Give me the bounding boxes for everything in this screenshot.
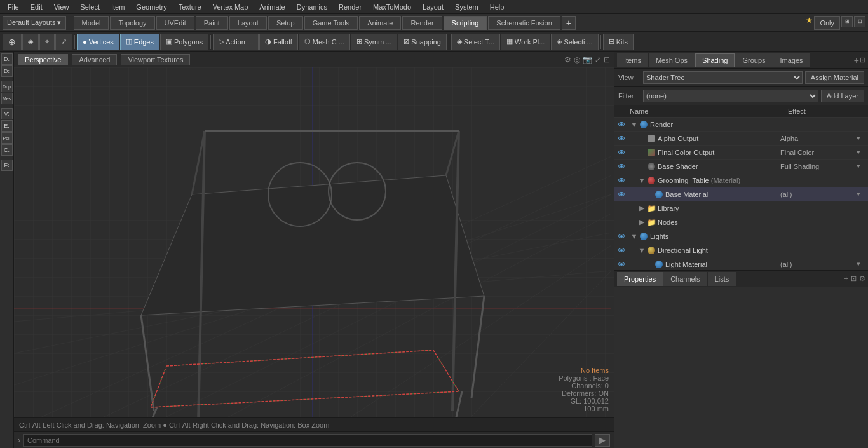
arrow-nodes[interactable]: ▶ bbox=[637, 218, 646, 226]
panel-tab-groups[interactable]: Groups bbox=[735, 53, 772, 67]
vp-icon-1[interactable]: ⚙ bbox=[564, 55, 571, 64]
tool-workplane[interactable]: ▦ Work Pl... bbox=[501, 34, 550, 50]
vp-tab-perspective[interactable]: Perspective bbox=[18, 54, 68, 65]
vp-icon-expand[interactable]: ⤢ bbox=[595, 55, 601, 64]
add-panel-tab-button[interactable]: + bbox=[854, 55, 859, 65]
tool-snapping[interactable]: ⊠ Snapping bbox=[398, 34, 447, 50]
tree-item-directionallight[interactable]: ▼ Directional Light bbox=[614, 243, 868, 257]
shader-tree-select[interactable]: Shader Tree bbox=[643, 71, 803, 84]
tab-animate[interactable]: Animate bbox=[359, 16, 401, 30]
tree-item-basematerial[interactable]: ▶ Base Material (all) ▾ bbox=[614, 187, 868, 201]
layout-dropdown[interactable]: Default Layouts ▾ bbox=[3, 16, 66, 30]
tree-item-render[interactable]: ▼ Render bbox=[614, 118, 868, 132]
panel-expand-button[interactable]: ⊡ bbox=[860, 56, 865, 64]
eye-finalcolor[interactable] bbox=[616, 147, 627, 158]
tool-selecti[interactable]: ◈ Selecti ... bbox=[551, 34, 598, 50]
menu-render[interactable]: Render bbox=[334, 2, 367, 12]
tab-paint[interactable]: Paint bbox=[196, 16, 228, 30]
panel-tab-items[interactable]: Items bbox=[617, 53, 648, 67]
eye-directionallight[interactable] bbox=[616, 245, 627, 256]
eye-render[interactable] bbox=[616, 119, 627, 130]
menu-item[interactable]: Item bbox=[106, 2, 130, 12]
tree-item-lightmaterial[interactable]: ▶ Light Material (all) ▾ bbox=[614, 257, 868, 270]
sidebar-btn-f[interactable]: F: bbox=[1, 160, 13, 171]
tool-polygons[interactable]: ▣ Polygons bbox=[160, 34, 208, 50]
prop-add-icon[interactable]: + bbox=[844, 275, 848, 283]
menu-geometry[interactable]: Geometry bbox=[131, 2, 172, 12]
menu-view[interactable]: View bbox=[49, 2, 74, 12]
add-tab-button[interactable]: + bbox=[562, 16, 576, 30]
dropdown-lightmaterial[interactable]: ▾ bbox=[857, 260, 867, 268]
filter-select[interactable]: (none) bbox=[643, 90, 818, 102]
tree-item-alpha[interactable]: ▶ Alpha Output Alpha ▾ bbox=[614, 132, 868, 146]
prop-tab-properties[interactable]: Properties bbox=[617, 272, 663, 286]
eye-alpha[interactable] bbox=[616, 133, 627, 144]
tool-lasso[interactable]: ⌖ bbox=[39, 34, 55, 50]
tool-vertices[interactable]: ● Vertices bbox=[77, 34, 119, 50]
tab-model[interactable]: Model bbox=[74, 16, 109, 30]
vp-icon-2[interactable]: ◎ bbox=[574, 55, 580, 64]
prop-plus-button[interactable]: + ⊡ ⚙ bbox=[844, 275, 865, 283]
menu-help[interactable]: Help bbox=[485, 2, 510, 12]
tree-item-finalcolor[interactable]: ▶ Final Color Output Final Color ▾ bbox=[614, 146, 868, 160]
vp-icon-fullscreen[interactable]: ⊡ bbox=[604, 55, 610, 64]
dropdown-basematerial[interactable]: ▾ bbox=[857, 190, 867, 198]
dropdown-finalcolor[interactable]: ▾ bbox=[857, 148, 867, 156]
tab-setup[interactable]: Setup bbox=[268, 16, 303, 30]
tree-item-lights[interactable]: ▼ Lights bbox=[614, 229, 868, 243]
eye-lightmaterial[interactable] bbox=[616, 259, 627, 270]
arrow-library[interactable]: ▶ bbox=[637, 204, 646, 212]
expand-btn[interactable]: ⊡ bbox=[854, 16, 865, 27]
menu-texture[interactable]: Texture bbox=[173, 2, 207, 12]
tool-select-mode[interactable]: ◈ bbox=[22, 34, 39, 50]
panel-tab-images[interactable]: Images bbox=[773, 53, 810, 67]
menu-select[interactable]: Select bbox=[75, 2, 105, 12]
prop-tab-lists[interactable]: Lists bbox=[708, 272, 736, 286]
sidebar-btn-2[interactable]: D: bbox=[1, 65, 13, 77]
menu-vertexmap[interactable]: Vertex Map bbox=[208, 2, 254, 12]
tab-schematic[interactable]: Schematic Fusion bbox=[488, 16, 560, 30]
sidebar-btn-dup[interactable]: Dup bbox=[1, 81, 13, 92]
menu-edit[interactable]: Edit bbox=[25, 2, 48, 12]
tool-select-t[interactable]: ◈ Select T... bbox=[451, 34, 500, 50]
sidebar-btn-1[interactable]: D: bbox=[1, 53, 13, 65]
sidebar-btn-pol[interactable]: Pol: bbox=[1, 132, 13, 144]
tool-falloff[interactable]: ◑ Falloff bbox=[259, 34, 298, 50]
tab-uvedit[interactable]: UVEdit bbox=[156, 16, 194, 30]
arrow-directionallight[interactable]: ▼ bbox=[637, 247, 646, 254]
menu-system[interactable]: System bbox=[450, 2, 484, 12]
dropdown-baseshader[interactable]: ▾ bbox=[857, 162, 867, 170]
tab-scripting[interactable]: Scripting bbox=[444, 16, 487, 30]
tool-transform[interactable]: ⊕ bbox=[3, 34, 22, 50]
arrow-groomingtable[interactable]: ▼ bbox=[637, 177, 646, 184]
tree-item-nodes[interactable]: ▶ 📁 Nodes bbox=[614, 215, 868, 229]
prop-settings-icon[interactable]: ⚙ bbox=[859, 275, 865, 283]
viewport-3d[interactable]: No Items Polygons : Face Channels: 0 Def… bbox=[14, 67, 614, 417]
tool-symmetry[interactable]: ⊞ Symm ... bbox=[351, 34, 397, 50]
prop-tab-channels[interactable]: Channels bbox=[663, 272, 707, 286]
arrow-lights[interactable]: ▼ bbox=[630, 233, 639, 240]
panel-toggle-btn[interactable]: ⊞ bbox=[841, 16, 853, 27]
tab-topology[interactable]: Topology bbox=[110, 16, 154, 30]
eye-basematerial[interactable] bbox=[616, 189, 627, 200]
vp-icon-camera[interactable]: 📷 bbox=[583, 55, 592, 64]
tool-edges[interactable]: ◫ Edges bbox=[120, 34, 159, 50]
eye-groomingtable[interactable] bbox=[616, 175, 627, 186]
tool-mesh[interactable]: ⬡ Mesh C ... bbox=[299, 34, 350, 50]
dropdown-alpha[interactable]: ▾ bbox=[857, 134, 867, 142]
menu-layout[interactable]: Layout bbox=[417, 2, 449, 12]
only-button[interactable]: Only bbox=[814, 16, 840, 30]
prop-expand-icon[interactable]: ⊡ bbox=[851, 275, 857, 283]
eye-lights[interactable] bbox=[616, 231, 627, 242]
command-input[interactable] bbox=[23, 434, 592, 447]
tab-layout[interactable]: Layout bbox=[229, 16, 267, 30]
tree-item-baseshader[interactable]: ▶ Base Shader Full Shading ▾ bbox=[614, 160, 868, 173]
tool-action[interactable]: ▷ Action ... bbox=[213, 34, 259, 50]
tree-item-groomingtable[interactable]: ▼ Grooming_Table (Material) bbox=[614, 173, 868, 187]
menu-dynamics[interactable]: Dynamics bbox=[292, 2, 332, 12]
menu-file[interactable]: File bbox=[3, 2, 24, 12]
sidebar-btn-v[interactable]: V: bbox=[1, 108, 13, 119]
tab-render[interactable]: Render bbox=[402, 16, 442, 30]
menu-animate[interactable]: Animate bbox=[254, 2, 290, 12]
sidebar-btn-mes[interactable]: Mes bbox=[1, 93, 13, 104]
